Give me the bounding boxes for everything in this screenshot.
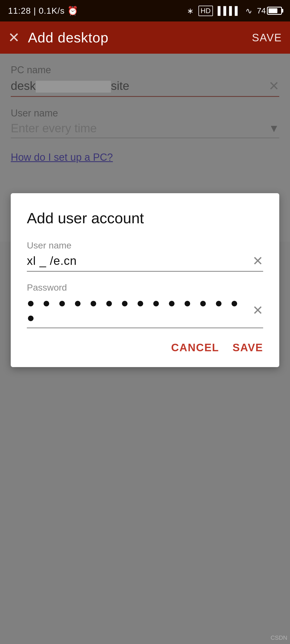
status-bar: 11:28 | 0.1K/s ⏰ ∗ HD ▌▌▌▌ ∿ 74	[0, 0, 290, 21]
bluetooth-icon: ∗	[187, 6, 194, 16]
wifi-icon: ∿	[245, 6, 252, 16]
dialog-username-row[interactable]: xl _ /e.cn ✕	[27, 253, 263, 272]
dialog-username-clear-icon[interactable]: ✕	[252, 253, 263, 268]
app-bar-left: ✕ Add desktop	[8, 30, 108, 46]
status-icons: ∗ HD ▌▌▌▌ ∿ 74	[187, 6, 282, 16]
status-network: | 0.1K/s ⏰	[34, 6, 78, 16]
add-user-dialog: Add user account User name xl _ /e.cn ✕ …	[11, 193, 279, 367]
hd-icon: HD	[198, 6, 213, 16]
dialog-title: Add user account	[27, 209, 263, 227]
dialog-save-button[interactable]: SAVE	[233, 342, 263, 354]
battery-percent: 74	[257, 6, 266, 15]
dialog-cancel-button[interactable]: CANCEL	[171, 342, 219, 354]
signal-icon: ▌▌▌▌	[218, 6, 241, 15]
save-button[interactable]: SAVE	[252, 32, 282, 44]
dialog-username-label: User name	[27, 240, 263, 251]
battery-display: 74	[257, 6, 282, 15]
app-bar-title: Add desktop	[28, 30, 108, 46]
close-button[interactable]: ✕	[8, 30, 20, 46]
status-time-network: 11:28 | 0.1K/s ⏰	[8, 6, 78, 16]
dialog-password-row[interactable]: ● ● ● ● ● ● ● ● ● ● ● ● ● ● ● ✕	[27, 295, 263, 328]
dialog-actions: CANCEL SAVE	[27, 342, 263, 354]
app-bar: ✕ Add desktop SAVE	[0, 21, 290, 54]
battery-icon	[267, 7, 282, 15]
dialog-password-value[interactable]: ● ● ● ● ● ● ● ● ● ● ● ● ● ● ●	[27, 295, 252, 325]
dialog-username-value[interactable]: xl _ /e.cn	[27, 254, 252, 268]
watermark: CSDN	[271, 634, 287, 641]
dialog-password-label: Password	[27, 282, 263, 293]
dialog-password-clear-icon[interactable]: ✕	[252, 303, 263, 318]
bottom-area	[0, 349, 290, 617]
status-time: 11:28	[8, 6, 31, 16]
